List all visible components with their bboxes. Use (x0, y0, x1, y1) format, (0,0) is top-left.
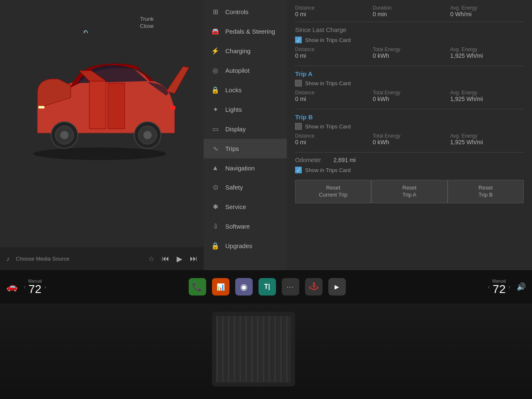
odometer-checkbox-label: Show in Trips Card (305, 167, 351, 173)
left-temp-decrease[interactable]: ‹ (24, 283, 26, 290)
favorite-icon[interactable]: ☆ (148, 255, 154, 263)
play-button[interactable]: ▶ (177, 254, 182, 264)
nav-label-charging: Charging (225, 47, 251, 54)
autopilot-icon: ◎ (211, 66, 219, 74)
nav-item-charging[interactable]: ⚡ Charging (204, 41, 287, 61)
left-panel: Frunk Open 🔓 Trunk Close ⚡ (0, 0, 204, 270)
right-temp-decrease[interactable]: ‹ (488, 283, 490, 290)
divider-4 (295, 152, 524, 153)
more-apps-button[interactable]: ··· (282, 278, 299, 296)
top-meta-row: Distance 0 mi Duration 0 min Avg. Energy… (295, 5, 524, 17)
media-source-text[interactable]: Choose Media Source (16, 256, 142, 262)
divider-3 (295, 109, 524, 109)
nav-label-controls: Controls (225, 8, 249, 15)
trip-a-distance-label: Distance (295, 90, 369, 96)
trunk-label: Trunk Close (140, 16, 154, 30)
car-image (8, 33, 191, 166)
since-last-charge-section: Since Last Charge ✓ Show in Trips Card D… (295, 26, 524, 59)
trip-a-checkbox[interactable] (295, 80, 302, 86)
nav-panel: ⊞ Controls 🚘 Pedals & Steering ⚡ Chargin… (204, 0, 287, 270)
slc-avg-energy-value: 1,925 Wh/mi (450, 52, 524, 59)
right-temp-value: 72 (493, 283, 506, 295)
media-controls: ☆ ⏮ ▶ ⏭ (148, 254, 197, 264)
svg-point-1 (33, 148, 166, 160)
nav-item-autopilot[interactable]: ◎ Autopilot (204, 61, 287, 80)
distance-label-top: Distance (295, 5, 369, 11)
service-icon: ✱ (211, 203, 219, 211)
right-temp-control: ‹ Manual 72 › (488, 279, 510, 295)
nav-item-service[interactable]: ✱ Service (204, 197, 287, 217)
prev-button[interactable]: ⏮ (162, 254, 169, 263)
nav-item-navigation[interactable]: ▲ Navigation (204, 158, 287, 177)
trips-content-panel: Distance 0 mi Duration 0 min Avg. Energy… (287, 0, 532, 270)
nav-label-safety: Safety (225, 184, 243, 191)
nav-item-pedals[interactable]: 🚘 Pedals & Steering (204, 22, 287, 41)
since-last-charge-checkbox[interactable]: ✓ (295, 37, 302, 43)
reset-buttons-row: Reset Current Trip Reset Trip A Reset Tr… (295, 180, 524, 203)
left-temp-control: ‹ Manual 72 › (24, 279, 46, 295)
nav-item-safety[interactable]: ⊙ Safety (204, 177, 287, 197)
trip-b-section: Trip B Show in Trips Card Distance 0 mi … (295, 113, 524, 145)
reset-current-trip-button[interactable]: Reset Current Trip (295, 180, 371, 203)
locks-icon: 🔒 (211, 86, 219, 94)
trip-b-distance-label: Distance (295, 133, 369, 139)
trip-a-avg-energy-label: Avg. Energy (450, 90, 524, 96)
trip-a-show-row: Show in Trips Card (295, 80, 524, 86)
taskbar-apps: 📞 📊 ◉ T| ··· 🕹 ▶ (189, 278, 346, 296)
duration-label-top: Duration (373, 5, 446, 11)
divider-2 (295, 66, 524, 66)
phone-app-button[interactable]: 📞 (189, 278, 206, 296)
trip-a-avg-energy-value: 1,925 Wh/mi (450, 96, 524, 102)
svg-rect-8 (38, 106, 44, 108)
real-world-area (0, 303, 532, 399)
since-last-charge-show-row: ✓ Show in Trips Card (295, 37, 524, 43)
media-app-button[interactable]: ▶ (328, 278, 346, 296)
tesla-main-ui: Frunk Open 🔓 Trunk Close ⚡ (0, 0, 532, 270)
nav-item-trips[interactable]: ∿ Trips (204, 139, 287, 158)
camera-app-button[interactable]: ◉ (235, 278, 253, 296)
trip-b-distance-value: 0 mi (295, 139, 369, 145)
controls-icon: ⊞ (211, 8, 219, 16)
audio-app-button[interactable]: 📊 (212, 278, 229, 296)
slc-distance-label: Distance (295, 47, 369, 52)
nav-item-lights[interactable]: ✦ Lights (204, 100, 287, 119)
left-temp-increase[interactable]: › (44, 283, 46, 290)
trip-b-avg-energy-label: Avg. Energy (450, 133, 524, 139)
slc-total-energy-label: Total Energy (373, 47, 446, 52)
nav-item-controls[interactable]: ⊞ Controls (204, 2, 287, 22)
volume-icon[interactable]: 🔊 (517, 282, 526, 291)
taskbar: 🚗 ‹ Manual 72 › 📞 📊 ◉ T| ··· 🕹 ▶ ‹ Manua… (0, 270, 532, 303)
nav-label-trips: Trips (225, 145, 239, 152)
trip-b-checkbox-label: Show in Trips Card (305, 123, 351, 130)
trip-b-total-energy-value: 0 kWh (373, 139, 446, 145)
nav-item-locks[interactable]: 🔒 Locks (204, 80, 287, 100)
odometer-section: Odometer 2,691 mi ✓ Show in Trips Card (295, 157, 524, 173)
right-temp-increase[interactable]: › (508, 283, 510, 290)
nav-item-upgrades[interactable]: 🔒 Upgrades (204, 236, 287, 256)
nav-label-upgrades: Upgrades (225, 242, 252, 249)
odometer-row: Odometer 2,691 mi (295, 157, 524, 163)
since-last-charge-checkbox-label: Show in Trips Card (305, 37, 351, 43)
odometer-checkbox[interactable]: ✓ (295, 167, 302, 173)
reset-trip-b-button[interactable]: Reset Trip B (448, 180, 524, 203)
nav-label-lights: Lights (225, 106, 242, 113)
pedal-texture (216, 316, 291, 382)
trip-a-distance-value: 0 mi (295, 96, 369, 102)
joystick-app-button[interactable]: 🕹 (305, 278, 323, 296)
music-icon: ♪ (6, 255, 10, 263)
safety-icon: ⊙ (211, 183, 219, 191)
nav-label-autopilot: Autopilot (225, 67, 249, 74)
trip-b-checkbox[interactable] (295, 123, 302, 130)
nav-label-navigation: Navigation (225, 165, 255, 172)
svg-point-7 (143, 131, 152, 139)
since-last-charge-stats: Distance 0 mi Total Energy 0 kWh Avg. En… (295, 47, 524, 59)
nav-item-software[interactable]: ⇩ Software (204, 217, 287, 236)
nav-item-display[interactable]: ▭ Display (204, 119, 287, 139)
slc-total-energy-value: 0 kWh (373, 52, 446, 59)
reset-trip-a-button[interactable]: Reset Trip A (371, 180, 447, 203)
teslacam-app-button[interactable]: T| (259, 278, 276, 296)
upgrades-icon: 🔒 (211, 242, 219, 250)
next-button[interactable]: ⏭ (190, 254, 197, 263)
nav-label-display: Display (225, 126, 246, 133)
odometer-show-row: ✓ Show in Trips Card (295, 167, 524, 173)
